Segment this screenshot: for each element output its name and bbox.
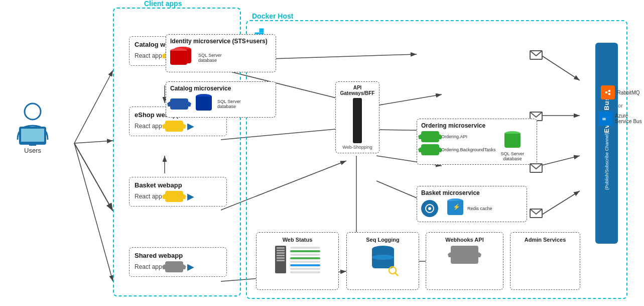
seq-logging-box: Seq Logging xyxy=(346,232,419,290)
ordering-db-area: SQL Server database xyxy=(501,131,525,161)
magnifier-icon xyxy=(388,266,398,276)
redis-db-icon: ⚡ xyxy=(446,198,464,219)
webhooks-token xyxy=(451,246,478,264)
event-bus-sublabel: (Publish/Subscribe Channel) xyxy=(604,133,609,190)
basket-token-icon xyxy=(165,191,183,202)
svg-line-5 xyxy=(74,143,113,281)
identity-envelope xyxy=(530,50,543,62)
shared-webapp-title: Shared webapp xyxy=(135,252,221,259)
basket-service-icon xyxy=(421,200,438,217)
docker-host-label: Docker Host xyxy=(252,12,293,20)
status-lines xyxy=(290,246,320,273)
svg-line-48 xyxy=(395,273,398,276)
basket-webapp-box: Basket webapp React app ▶ xyxy=(129,177,227,207)
identity-db-body2 xyxy=(170,51,187,65)
api-gateway-box: API Gateways/BFF Web-Shopping xyxy=(335,81,379,153)
ordering-api-label: Ordering.API xyxy=(441,134,467,139)
azure-service-bus-row: ✉ AzureService Bus xyxy=(599,112,641,126)
svg-line-3 xyxy=(74,141,113,143)
identity-db-label: SQL Server xyxy=(198,53,222,58)
svg-line-4 xyxy=(74,143,113,211)
ordering-bg-label: Ordering.BackgroundTasks xyxy=(441,147,496,152)
identity-microservice-box: Identity microservice (STS+users) SQL Se… xyxy=(166,34,276,72)
users-area: Users xyxy=(10,100,55,154)
basket-react-label: React app xyxy=(135,193,162,200)
seq-icon xyxy=(368,246,398,276)
rabbitmq-label: RabbitMQ xyxy=(617,90,639,95)
basket-token-arrow: ▶ xyxy=(187,191,194,202)
basket-envelope xyxy=(530,209,543,221)
or-label: or xyxy=(618,103,623,109)
svg-rect-28 xyxy=(260,29,264,32)
shared-token-arrow: ▶ xyxy=(187,261,194,272)
api-gateway-sublabel: Web-Shopping xyxy=(338,145,377,150)
eshop-token-arrow: ▶ xyxy=(187,121,194,132)
basket-webapp-title: Basket webapp xyxy=(135,181,221,189)
catalog-service-token-shape xyxy=(170,98,188,110)
ordering-db-icon xyxy=(503,131,522,151)
svg-point-30 xyxy=(25,104,41,120)
basket-microservice-box: Basket microservice ⚡ Redis cache xyxy=(417,186,527,222)
seq-logging-content xyxy=(351,246,415,276)
azure-label: AzureService Bus xyxy=(615,113,641,124)
identity-microservice-title: Identity microservice (STS+users) xyxy=(170,38,272,45)
catalog-react-label: React app xyxy=(135,52,162,59)
catalog-db-label: SQL Server xyxy=(217,99,241,104)
api-gateway-label: API Gateways/BFF xyxy=(338,85,377,96)
svg-rect-42 xyxy=(605,91,607,93)
svg-point-47 xyxy=(389,267,396,274)
admin-services-title: Admin Services xyxy=(514,237,576,243)
ordering-microservice-box: Ordering microservice Ordering.API Order… xyxy=(417,119,537,165)
api-bar xyxy=(353,98,362,143)
server-icon xyxy=(275,246,286,273)
client-apps-label: Client apps xyxy=(144,0,182,8)
shared-token-icon xyxy=(165,261,183,272)
svg-rect-33 xyxy=(29,145,36,146)
users-label: Users xyxy=(24,147,41,154)
svg-rect-41 xyxy=(604,88,612,96)
catalog-service-token xyxy=(170,98,188,110)
architecture-diagram: Docker Host Client apps Catalog webapp R… xyxy=(0,0,644,306)
svg-rect-43 xyxy=(608,90,610,92)
ordering-bg-token xyxy=(421,144,439,155)
svg-rect-44 xyxy=(608,93,610,95)
web-status-content xyxy=(261,246,334,273)
eshop-token-shape xyxy=(165,121,183,132)
catalog-microservice-box: Catalog microservice SQL Server database xyxy=(166,81,276,118)
eshop-react-label: React app xyxy=(135,123,162,130)
shared-webapp-box: Shared webapp React app ▶ xyxy=(129,247,227,277)
ordering-db-label: SQL Server xyxy=(501,151,525,156)
svg-line-2 xyxy=(74,70,113,143)
ordering-api-row: Ordering.API xyxy=(421,131,496,142)
webhooks-api-box: Webhooks API xyxy=(426,232,503,290)
web-status-box: Web Status xyxy=(256,232,339,290)
svg-point-39 xyxy=(428,207,431,210)
eshop-token-icon xyxy=(165,121,183,132)
event-bus-box: Event Bus (Publish/Subscribe Channel) xyxy=(595,43,618,244)
azure-icon: ✉ xyxy=(599,112,613,126)
seq-logging-title: Seq Logging xyxy=(351,237,415,243)
webhooks-api-title: Webhooks API xyxy=(430,237,499,243)
shared-react-label: React app xyxy=(135,263,162,270)
svg-rect-32 xyxy=(21,129,44,142)
ordering-api-token xyxy=(421,131,439,142)
webhooks-api-content xyxy=(430,246,499,264)
shared-token-shape xyxy=(165,261,183,272)
svg-text:✉: ✉ xyxy=(602,117,606,122)
catalog-db-icon xyxy=(194,94,214,114)
identity-db-icon xyxy=(170,47,195,69)
ordering-bg-row: Ordering.BackgroundTasks xyxy=(421,144,496,155)
basket-microservice-title: Basket microservice xyxy=(421,189,523,196)
redis-label: Redis cache xyxy=(467,206,492,211)
right-services-area: RabbitMQ or ✉ AzureService Bus xyxy=(598,85,643,126)
catalog-microservice-title: Catalog microservice xyxy=(170,85,272,92)
basket-token-shape xyxy=(165,191,183,202)
admin-services-box: Admin Services xyxy=(510,232,580,290)
ordering-envelope xyxy=(530,163,543,175)
rabbitmq-row: RabbitMQ xyxy=(601,85,639,99)
rabbitmq-icon xyxy=(601,85,615,99)
users-icon xyxy=(10,100,55,146)
web-status-title: Web Status xyxy=(261,237,334,243)
ordering-microservice-title: Ordering microservice xyxy=(421,122,533,129)
